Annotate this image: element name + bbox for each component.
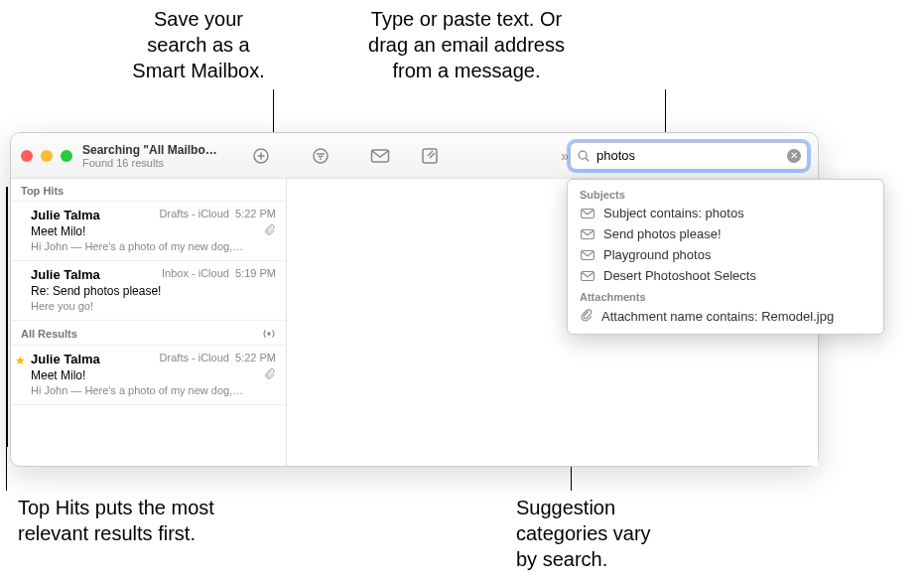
- window-title: Searching "All Mailbo…: [82, 143, 241, 157]
- minimize-window-button[interactable]: [41, 150, 53, 162]
- suggestion-item[interactable]: Desert Photoshoot Selects: [568, 265, 883, 286]
- callout-smart-mailbox: Save your search as a Smart Mailbox.: [99, 6, 298, 83]
- mail-icon: [580, 208, 595, 219]
- suggestion-text: Desert Photoshoot Selects: [603, 268, 756, 283]
- mail-icon: [580, 249, 595, 261]
- callout-bracket: [6, 187, 8, 447]
- list-item[interactable]: Julie Talma Drafts - iCloud 5:22 PM Meet…: [11, 202, 286, 261]
- clear-search-button[interactable]: ✕: [787, 149, 801, 163]
- search-input[interactable]: [591, 148, 787, 163]
- preview: Here you go!: [31, 300, 276, 312]
- star-icon: ★: [15, 354, 26, 367]
- section-all-results: All Results: [11, 321, 286, 346]
- suggestion-item[interactable]: Playground photos: [568, 244, 883, 265]
- callout-line: [6, 447, 7, 491]
- search-icon: [577, 149, 591, 163]
- save-smart-mailbox-button[interactable]: [247, 142, 275, 170]
- relay-icon: [262, 327, 276, 341]
- callout-line: [273, 89, 274, 134]
- svg-line-12: [586, 158, 589, 161]
- list-item[interactable]: ★ Julie Talma Drafts - iCloud 5:22 PM Me…: [11, 346, 286, 405]
- subject: Meet Milo!: [31, 368, 85, 382]
- mail-icon: [580, 228, 595, 240]
- list-item[interactable]: Julie Talma Inbox - iCloud 5:19 PM Re: S…: [11, 261, 286, 321]
- toolbar-overflow-icon[interactable]: »: [561, 148, 564, 164]
- attachment-icon: [580, 308, 594, 325]
- message-list-pane: Top Hits Julie Talma Drafts - iCloud 5:2…: [11, 179, 287, 466]
- suggestion-item[interactable]: Subject contains: photos: [568, 203, 883, 223]
- new-message-icon[interactable]: [366, 142, 394, 170]
- filter-button[interactable]: [307, 142, 334, 170]
- traffic-lights: [21, 150, 72, 162]
- callout-suggestion-categories: Suggestion categories vary by search.: [516, 495, 715, 572]
- preview: Hi John — Here's a photo of my new dog,…: [31, 384, 276, 396]
- sender: Julie Talma: [31, 267, 100, 282]
- preview: Hi John — Here's a photo of my new dog,…: [31, 240, 276, 252]
- search-suggestions-popup: Subjects Subject contains: photos Send p…: [567, 179, 884, 335]
- sender: Julie Talma: [31, 208, 100, 222]
- window-title-group: Searching "All Mailbo… Found 16 results: [82, 143, 241, 169]
- svg-point-13: [267, 332, 271, 336]
- suggestion-item[interactable]: Send photos please!: [568, 223, 883, 244]
- search-field[interactable]: ✕: [570, 142, 808, 170]
- meta: Drafts - iCloud 5:22 PM: [160, 208, 276, 222]
- callout-search-hint: Type or paste text. Or drag an email add…: [337, 6, 595, 83]
- suggestion-text: Subject contains: photos: [603, 206, 744, 220]
- mail-window: Searching "All Mailbo… Found 16 results …: [10, 132, 819, 467]
- subject: Meet Milo!: [31, 224, 85, 238]
- sender: Julie Talma: [31, 352, 100, 366]
- section-top-hits: Top Hits: [11, 179, 286, 202]
- suggestion-text: Playground photos: [603, 247, 711, 262]
- svg-rect-8: [423, 149, 437, 163]
- section-label: All Results: [21, 328, 77, 340]
- suggestions-header-attachments: Attachments: [568, 286, 883, 305]
- subject: Re: Send photos please!: [31, 284, 161, 298]
- zoom-window-button[interactable]: [61, 150, 72, 162]
- attachment-icon: [264, 367, 276, 382]
- meta: Drafts - iCloud 5:22 PM: [160, 352, 276, 366]
- section-label: Top Hits: [21, 185, 64, 197]
- mail-icon: [580, 270, 595, 282]
- window-subtitle: Found 16 results: [82, 157, 241, 169]
- attachment-icon: [264, 223, 276, 238]
- callout-top-hits: Top Hits puts the most relevant results …: [18, 495, 276, 546]
- suggestions-header-subjects: Subjects: [568, 184, 883, 203]
- compose-button[interactable]: [416, 142, 444, 170]
- suggestion-text: Attachment name contains: Remodel.jpg: [601, 309, 834, 324]
- close-window-button[interactable]: [21, 150, 33, 162]
- suggestion-item[interactable]: Attachment name contains: Remodel.jpg: [568, 305, 883, 328]
- suggestion-text: Send photos please!: [603, 226, 722, 241]
- meta: Inbox - iCloud 5:19 PM: [162, 267, 276, 282]
- titlebar: Searching "All Mailbo… Found 16 results …: [11, 133, 818, 179]
- svg-point-11: [579, 151, 587, 159]
